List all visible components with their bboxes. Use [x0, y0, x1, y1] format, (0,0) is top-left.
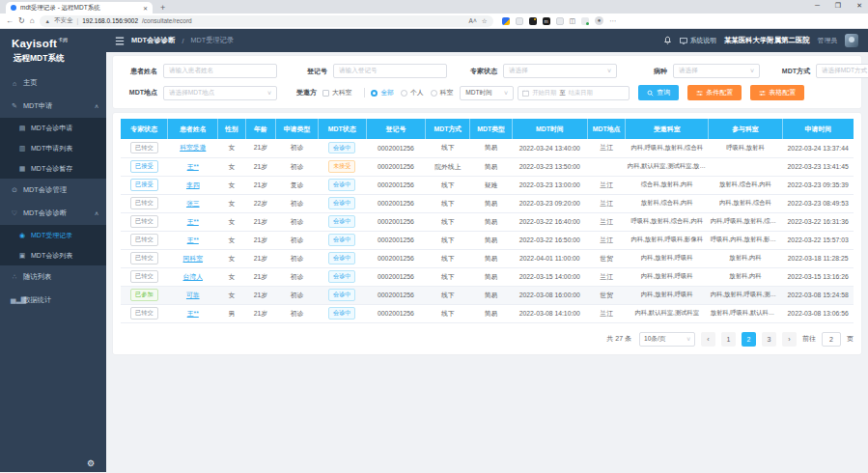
apply-time-cell: 2022-03-22 16:31:36: [782, 212, 854, 231]
invitee-radio-科室[interactable]: [431, 90, 437, 97]
sliders-icon: [759, 90, 766, 97]
apply-time-cell: 2022-03-18 11:28:25: [782, 249, 854, 267]
table-config-button[interactable]: 表格配置: [750, 85, 804, 100]
apply-time-cell: 2022-03-15 13:16:26: [782, 267, 854, 286]
refresh-button[interactable]: ↻: [18, 17, 25, 25]
sidebar-item-mdt-consult-diagnose[interactable]: ♡MDT会诊诊断˄: [0, 202, 106, 225]
mdt-mode-cell: 院外线上: [426, 157, 470, 176]
sidebar-item-mdt-consult-manage[interactable]: ⊙MDT会诊管理: [0, 179, 106, 202]
expert-status-select[interactable]: 请选择˅: [503, 64, 617, 78]
mdt-place-select[interactable]: 请选择MDT地点˅: [163, 86, 277, 100]
sidebar-item-mdt-consult-apply[interactable]: ▤MDT会诊申请: [0, 118, 106, 138]
apply-time-cell: 2022-03-22 15:57:03: [782, 231, 854, 249]
disease-select[interactable]: 请选择˅: [673, 64, 760, 78]
age-cell: 21岁: [245, 157, 276, 176]
mdt-place-cell: 兰江: [587, 176, 625, 194]
next-page-button[interactable]: ›: [782, 332, 797, 347]
window-minimize-button[interactable]: ─: [815, 2, 820, 10]
date-range-input[interactable]: 开始日期 至 结束日期: [518, 86, 630, 100]
browser-profile-icon[interactable]: ●: [595, 16, 603, 25]
monitor-icon: [680, 38, 687, 44]
patient-name-link[interactable]: 张三: [186, 200, 200, 207]
mdt-time-type-select[interactable]: MDT时间˅: [460, 86, 514, 100]
sidebar-item-home[interactable]: ⌂主页: [0, 71, 106, 95]
page-button-3[interactable]: 3: [762, 332, 776, 347]
read-aloud-icon[interactable]: A˄: [469, 17, 477, 25]
patient-name-link[interactable]: 可靠: [186, 292, 200, 298]
expert-status-tag: 已转交: [130, 270, 158, 282]
patient-name-link: 张三: [168, 194, 218, 212]
patient-name-link[interactable]: 王**: [187, 218, 199, 225]
browser-tab[interactable]: mdt受理记录 - 远程MDT系统 ✕: [6, 2, 153, 14]
patient-name-link[interactable]: 王**: [187, 163, 199, 170]
page-button-1[interactable]: 1: [721, 332, 736, 347]
big-dept-checkbox[interactable]: [322, 90, 329, 97]
extension-icon-4[interactable]: m: [543, 17, 550, 25]
sidebar-item-followup-list[interactable]: ∴随访列表: [0, 265, 106, 289]
mdt-time-cell: 2022-03-23 13:50:00: [512, 157, 587, 176]
mdt-status-tag: 会诊中: [328, 289, 356, 300]
mdt-mode-select[interactable]: 请选择MDT方式˅: [816, 64, 868, 78]
patient-name-link[interactable]: 台湾人: [183, 273, 203, 280]
sidebar-item-mdt-consult-list[interactable]: ▣MDT会诊列表: [0, 245, 106, 265]
expert-status-tag: 已转交: [130, 197, 158, 209]
patient-name-link[interactable]: 王**: [187, 310, 199, 317]
browser-essentials-icon[interactable]: [581, 17, 589, 25]
mdt-status-tag: 未接受: [328, 160, 356, 172]
split-screen-icon[interactable]: ◫: [570, 17, 576, 25]
filter-disease: 病种请选择˅: [632, 64, 760, 78]
extension-icon-1[interactable]: [502, 17, 510, 25]
sidebar-collapse-icon[interactable]: [115, 37, 125, 45]
sidebar-item-mdt-accept-record[interactable]: ◉MDT受理记录: [0, 225, 106, 245]
page-size-select[interactable]: 10条/页˅: [639, 332, 695, 347]
sidebar-item-label: MDT会诊申请: [31, 124, 72, 133]
condition-config-button[interactable]: 条件配置: [687, 85, 742, 100]
sidebar-item-mdt-consult-draft[interactable]: ▦MDT会诊暂存: [0, 158, 106, 179]
extension-icon-5[interactable]: [556, 17, 564, 25]
new-tab-button[interactable]: +: [160, 3, 165, 13]
patient-name-link: 同科室: [168, 249, 218, 267]
patient-name-input[interactable]: 请输入患者姓名: [163, 64, 277, 78]
home-button[interactable]: ⌂: [30, 17, 35, 25]
address-bar[interactable]: ▲ 不安全 | 192.168.0.156:9002 /consultate/r…: [40, 15, 493, 27]
window-restore-button[interactable]: ❐: [835, 2, 841, 10]
goto-page-input[interactable]: 2: [822, 332, 841, 347]
system-doc-link[interactable]: 系统说明: [680, 36, 716, 45]
browser-menu-icon[interactable]: ⋯: [609, 17, 616, 25]
user-avatar[interactable]: [845, 34, 858, 47]
expert-status-tag: 已转交: [121, 249, 168, 267]
apply-time-cell: 2022-03-23 09:35:39: [782, 176, 854, 194]
settings-gear-icon[interactable]: ⚙: [87, 459, 106, 472]
mdt-type-cell: 简易: [470, 231, 512, 249]
invitee-radio-个人[interactable]: [401, 90, 407, 97]
invitee-radio-全部[interactable]: [371, 90, 378, 97]
mdt-status-tag: 未接受: [318, 157, 366, 176]
extension-icon-2[interactable]: [516, 17, 523, 25]
tab-close-icon[interactable]: ✕: [143, 5, 148, 12]
window-close-button[interactable]: ✕: [856, 2, 862, 10]
expert-status-tag: 已转交: [130, 215, 158, 227]
patient-name-link[interactable]: 李四: [186, 181, 200, 188]
sidebar-item-data-stats[interactable]: ▅▂▇数据统计: [0, 289, 106, 312]
register-no-input[interactable]: 请输入登记号: [333, 64, 447, 78]
joined-depts-cell: [709, 157, 783, 176]
search-button[interactable]: 查询: [638, 85, 679, 100]
page-button-2[interactable]: 2: [742, 332, 756, 347]
mdt-type-cell: 简易: [470, 304, 512, 322]
patient-name-link[interactable]: 王**: [187, 236, 199, 243]
patient-name-link[interactable]: 同科室: [183, 255, 203, 262]
mdt-status-tag: 会诊中: [328, 252, 356, 264]
sidebar-item-mdt-apply[interactable]: ✎MDT申请˄: [0, 95, 106, 118]
prev-page-button[interactable]: ‹: [701, 332, 715, 347]
notification-bell-icon[interactable]: [663, 36, 672, 45]
sidebar-item-label: MDT会诊管理: [23, 185, 67, 195]
patient-name-link[interactable]: 科室受邀: [180, 144, 206, 151]
extension-icon-3[interactable]: [529, 17, 537, 25]
favorite-star-icon[interactable]: ☆: [482, 17, 488, 25]
joined-depts-cell: 内科,放射科,呼吸科,测试科室: [709, 286, 783, 304]
sidebar-item-mdt-apply-list[interactable]: ▥MDT申请列表: [0, 138, 106, 158]
back-button[interactable]: ←: [6, 17, 14, 25]
breadcrumb-current: MDT受理记录: [191, 36, 234, 45]
mdt-status-tag: 会诊中: [328, 197, 356, 209]
mdt-place-cell: 兰江: [587, 231, 625, 249]
